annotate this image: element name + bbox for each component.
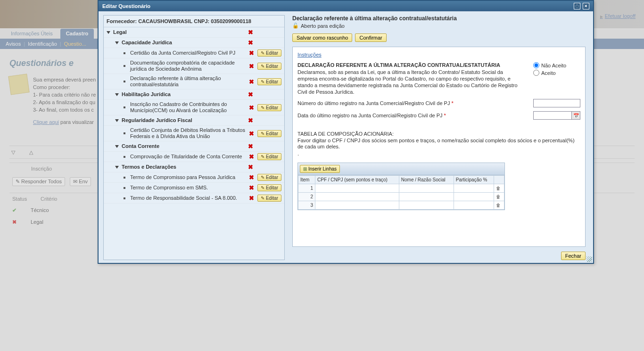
tree-node[interactable]: Inscrição no Cadastro de Contribuintes d… (104, 100, 284, 115)
field-data-registro-label: Data do último registro na Junta Comerci… (297, 113, 528, 118)
tree-panel: Fornecedor: CACAUSHOWBRASIL CNPJ: 035020… (103, 15, 285, 260)
cell-editable[interactable] (315, 184, 399, 193)
delete-row-icon[interactable]: 🗑 (494, 201, 504, 210)
edit-button[interactable]: Editar (257, 63, 281, 70)
maximize-icon[interactable]: □ (574, 3, 580, 9)
close-button[interactable]: Fechar (561, 252, 586, 260)
status-x-icon[interactable]: ✖ (249, 184, 255, 191)
edit-button[interactable]: Editar (257, 49, 281, 57)
cell-editable[interactable] (399, 201, 454, 210)
edit-button[interactable]: Editar (257, 104, 281, 111)
cell-editable[interactable] (315, 193, 399, 201)
field-numero-registro-input[interactable] (533, 99, 580, 107)
tree-label: Documentação comprobatória de capacidade… (130, 60, 249, 72)
status-x-icon[interactable]: ✖ (248, 39, 253, 46)
status-x-icon[interactable]: ✖ (249, 174, 255, 181)
bullet-icon (124, 132, 125, 134)
bullet-icon (124, 81, 125, 82)
grid-header-row: Item CPF / CNPJ (sem pontos e traço) Nom… (298, 176, 504, 184)
cell-editable[interactable] (454, 193, 494, 201)
edit-button[interactable]: Editar (257, 195, 281, 202)
expand-triangle-icon[interactable] (115, 93, 119, 96)
tree-node[interactable]: Termo de Compromisso em SMS.✖Editar (104, 183, 284, 193)
edit-button[interactable]: Editar (257, 174, 281, 181)
dialog-title-text: Editar Questionário (102, 3, 150, 9)
tree-node[interactable]: Documentação comprobatória de capacidade… (104, 58, 284, 74)
field-numero-registro-label: Número do último registro na Junta Comer… (297, 100, 528, 106)
save-draft-button[interactable]: Salvar como rascunho (292, 33, 352, 42)
col-nome: Nome / Razão Social (399, 176, 454, 184)
status-x-icon[interactable]: ✖ (249, 153, 255, 160)
confirm-button[interactable]: Confirmar (355, 33, 386, 42)
tree-node[interactable]: Certidão Conjunta de Débitos Relativos a… (104, 126, 284, 141)
tree-node[interactable]: Capacidade Jurídica✖ (104, 38, 284, 48)
close-icon[interactable]: ✕ (583, 3, 589, 9)
tree-node[interactable]: Comprovação de Titularidade de Conta Cor… (104, 152, 284, 162)
bullet-icon (124, 65, 125, 67)
tree-label: Inscrição no Cadastro de Contribuintes d… (130, 101, 249, 114)
status-x-icon[interactable]: ✖ (248, 91, 253, 98)
tree-label: Regularidade Jurídico Fiscal (122, 117, 248, 123)
dialog-titlebar[interactable]: Editar Questionário □ ✕ (99, 1, 593, 11)
col-item: Item (298, 176, 315, 184)
bullet-icon (124, 197, 125, 199)
tree-node[interactable]: Termo de Compromisso para Pessoa Jurídic… (104, 172, 284, 183)
status-x-icon[interactable]: ✖ (249, 104, 255, 111)
cell-editable[interactable] (399, 193, 454, 201)
tree-label: Certidão da Junta Comercial/Registro Civ… (130, 50, 249, 56)
cell-item-index: 2 (298, 193, 315, 201)
insert-rows-button[interactable]: Inserir Linhas (300, 165, 340, 173)
tree-node[interactable]: Habilitação Jurídica✖ (104, 90, 284, 100)
expand-triangle-icon[interactable] (115, 119, 119, 122)
tree-label: Termo de Responsabilidade Social - SA 8.… (130, 195, 249, 201)
delete-row-icon[interactable]: 🗑 (494, 184, 504, 193)
expand-triangle-icon[interactable] (107, 31, 110, 34)
radio-aceito[interactable]: Aceito (533, 70, 580, 76)
tree-node[interactable]: Declaração referente à última alteração … (104, 74, 284, 90)
cell-editable[interactable] (315, 201, 399, 210)
edit-button[interactable]: Editar (257, 78, 281, 85)
expand-triangle-icon[interactable] (115, 41, 119, 44)
delete-row-icon[interactable]: 🗑 (494, 193, 504, 201)
expand-triangle-icon[interactable] (115, 145, 119, 148)
page-root: Efetuar logoff Informações Úteis Cadastr… (0, 0, 644, 351)
table-row: 2🗑 (298, 193, 504, 201)
tree-node[interactable]: Termo de Responsabilidade Social - SA 8.… (104, 193, 284, 204)
shareholder-table-title: TABELA DE COMPOSIÇÃO ACIONÁRIA: (297, 131, 580, 137)
tree-node[interactable]: Conta Corrente✖ (104, 141, 284, 152)
col-participacao: Participação % (454, 176, 494, 184)
tree-node[interactable]: Legal✖ (104, 27, 284, 38)
cell-item-index: 3 (298, 201, 315, 210)
tree-node[interactable]: Regularidade Jurídico Fiscal✖ (104, 115, 284, 126)
cell-item-index: 1 (298, 184, 315, 193)
status-x-icon[interactable]: ✖ (249, 63, 255, 70)
edit-questionario-dialog: Editar Questionário □ ✕ Fornecedor: CACA… (98, 0, 594, 264)
status-x-icon[interactable]: ✖ (248, 117, 253, 124)
tree-label: Capacidade Jurídica (122, 40, 248, 46)
status-x-icon[interactable]: ✖ (249, 195, 255, 202)
expand-triangle-icon[interactable] (115, 166, 119, 169)
status-x-icon[interactable]: ✖ (248, 143, 253, 150)
field-data-registro-input[interactable] (533, 111, 572, 120)
status-x-icon[interactable]: ✖ (249, 49, 255, 57)
status-x-icon[interactable]: ✖ (248, 163, 253, 171)
cell-editable[interactable] (399, 184, 454, 193)
tree-label: Legal (113, 29, 248, 35)
tree-node[interactable]: Certidão da Junta Comercial/Registro Civ… (104, 48, 284, 58)
calendar-icon[interactable]: 📅 (572, 111, 580, 120)
cell-editable[interactable] (454, 184, 494, 193)
edit-button[interactable]: Editar (257, 184, 281, 191)
instructions-link[interactable]: Instruções (297, 52, 322, 57)
tree-label: Termos e Declarações (122, 164, 248, 170)
edit-button[interactable]: Editar (257, 153, 281, 160)
edit-button[interactable]: Editar (257, 130, 281, 137)
status-x-icon[interactable]: ✖ (248, 29, 253, 36)
tree-label: Termo de Compromisso para Pessoa Jurídic… (130, 174, 249, 180)
tree-node[interactable]: Termos e Declarações✖ (104, 162, 284, 172)
bullet-icon (124, 187, 125, 189)
form-panel: Instruções DECLARAÇÃO REFERENTE A ÚLTIMA… (292, 47, 586, 247)
status-x-icon[interactable]: ✖ (249, 130, 255, 137)
radio-nao-aceito[interactable]: Não Aceito (533, 62, 580, 68)
status-x-icon[interactable]: ✖ (249, 78, 255, 85)
cell-editable[interactable] (454, 201, 494, 210)
